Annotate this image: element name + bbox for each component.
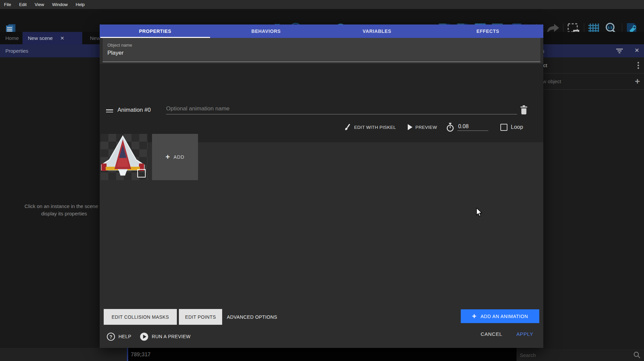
edit-collision-masks-button[interactable]: EDIT COLLISION MASKS <box>104 309 177 325</box>
help-button[interactable]: ? HELP <box>107 332 131 341</box>
menu-edit[interactable]: Edit <box>15 0 31 9</box>
svg-text:?: ? <box>109 334 112 339</box>
advanced-options-button[interactable]: ADVANCED OPTIONS <box>227 309 277 325</box>
loop-label: Loop <box>511 124 523 130</box>
cancel-button[interactable]: CANCEL <box>481 331 502 337</box>
time-between-frames-input[interactable] <box>457 123 488 131</box>
search-input[interactable] <box>520 352 633 358</box>
plus-icon: + <box>165 153 170 161</box>
animation-title: Animation #0 <box>117 107 151 113</box>
panel-edge-divider <box>127 348 128 361</box>
svg-text:1:1: 1:1 <box>608 25 613 29</box>
tab-new-scene[interactable]: New scene ✕ <box>22 32 82 44</box>
loop-checkbox[interactable] <box>500 124 507 131</box>
close-panel-icon[interactable]: ✕ <box>635 47 639 54</box>
apply-button[interactable]: APPLY <box>516 331 533 337</box>
menu-view[interactable]: View <box>31 0 48 9</box>
frame-thumbnail[interactable] <box>101 134 148 180</box>
play-circle-icon <box>140 332 148 341</box>
filter-icon[interactable] <box>616 48 623 54</box>
tab-effects[interactable]: EFFECTS <box>433 24 544 38</box>
tab-behaviors[interactable]: BEHAVIORS <box>211 24 322 38</box>
search-icon <box>633 351 641 359</box>
dialog-footer-right: CANCEL APPLY <box>481 331 533 337</box>
edit-points-button[interactable]: EDIT POINTS <box>179 309 222 325</box>
animation-controls: EDIT WITH PISKEL PREVIEW Loop <box>344 121 523 133</box>
menu-bar: File Edit View Window Help <box>0 0 644 9</box>
bottom-left-strip <box>0 348 127 361</box>
animation-block: Animation #0 EDIT WITH PISKEL <box>100 64 543 142</box>
properties-panel-title: Properties <box>5 48 28 54</box>
edit-with-piskel-button[interactable]: EDIT WITH PISKEL <box>344 123 396 131</box>
play-icon <box>407 124 412 130</box>
delete-animation-icon[interactable] <box>520 105 528 115</box>
animation-name-input[interactable] <box>166 105 517 114</box>
animation-frames-row: + ADD <box>101 134 198 180</box>
dialog-tab-bar: PROPERTIES BEHAVIORS VARIABLES EFFECTS <box>100 24 543 38</box>
scene-canvas-strip: 789;317 <box>128 348 516 361</box>
add-an-animation-button[interactable]: + ADD AN ANIMATION <box>461 309 539 323</box>
object-menu-icon[interactable] <box>637 62 639 69</box>
close-tab-icon[interactable]: ✕ <box>60 35 64 41</box>
object-name-label: Object name <box>107 43 536 48</box>
preview-animation-button[interactable]: PREVIEW <box>407 124 437 130</box>
tab-properties[interactable]: PROPERTIES <box>100 24 211 38</box>
tab-variables[interactable]: VARIABLES <box>321 24 433 38</box>
mouse-cursor <box>476 208 483 217</box>
drag-handle-icon[interactable] <box>106 109 113 113</box>
plus-icon: + <box>472 312 476 321</box>
tab-home[interactable]: Home <box>0 32 24 44</box>
dialog-footer-left: ? HELP RUN A PREVIEW <box>107 330 191 343</box>
stopwatch-icon <box>446 123 454 132</box>
add-object-plus-icon: + <box>635 76 640 87</box>
run-a-preview-button[interactable]: RUN A PREVIEW <box>140 332 191 341</box>
menu-window[interactable]: Window <box>48 0 71 9</box>
objects-search-bar <box>516 349 644 361</box>
object-name-section: Object name <box>103 38 540 62</box>
help-icon: ? <box>107 332 115 341</box>
brush-icon <box>344 123 351 131</box>
object-name-input[interactable] <box>107 50 536 56</box>
menu-help[interactable]: Help <box>72 0 89 9</box>
object-editor-dialog: PROPERTIES BEHAVIORS VARIABLES EFFECTS O… <box>100 24 543 348</box>
add-frame-button[interactable]: + ADD <box>152 134 198 180</box>
frame-select-checkbox[interactable] <box>137 169 146 177</box>
menu-file[interactable]: File <box>0 0 15 9</box>
cursor-coordinates: 789;317 <box>131 352 151 358</box>
